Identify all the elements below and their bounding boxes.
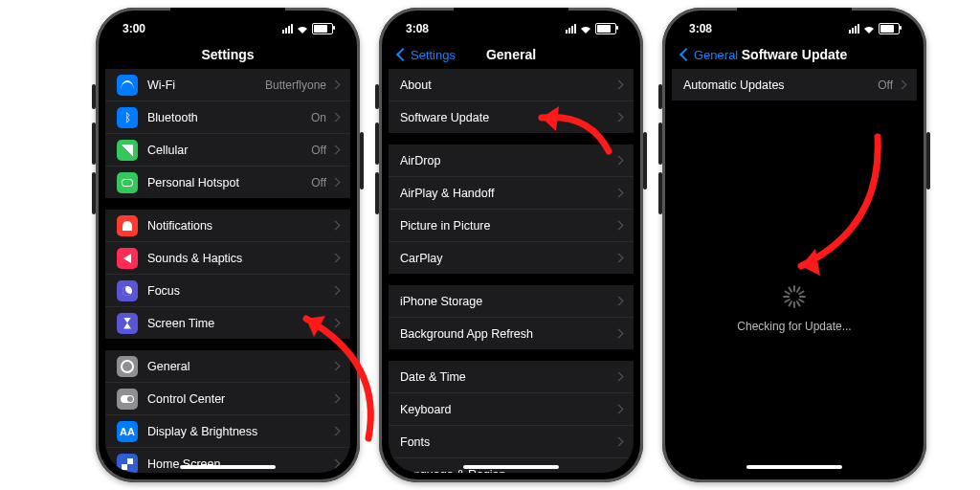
back-button[interactable]: General [681,48,738,62]
chevron-right-icon [614,470,624,473]
row-label: AirPlay & Handoff [400,187,615,200]
home-indicator[interactable] [463,465,559,469]
row-date-time[interactable]: Date & Time [389,361,634,392]
row-label: iPhone Storage [400,295,615,308]
chevron-left-icon [396,48,410,61]
row-sounds[interactable]: Sounds & Haptics [105,241,350,274]
row-cellular[interactable]: CellularOff [105,133,350,166]
row-label: Keyboard [400,403,615,416]
battery-icon [879,23,900,34]
back-label: General [694,48,738,62]
row-software-update[interactable]: Software Update [389,100,634,133]
display-icon: AA [117,421,138,442]
chevron-right-icon [614,189,624,198]
row-automatic-updates[interactable]: Automatic UpdatesOff [672,69,917,100]
row-control-center[interactable]: Control Center [105,382,350,414]
row-keyboard[interactable]: Keyboard [389,392,634,425]
status-bar: 3:08 [672,17,917,40]
status-time: 3:00 [122,22,145,35]
chevron-right-icon [614,113,624,122]
checking-status: Checking for Update... [672,285,917,333]
row-label: Picture in Picture [400,219,615,233]
row-label: General [147,360,332,373]
row-label: CarPlay [400,252,615,265]
home-indicator[interactable] [180,465,276,469]
battery-icon [312,23,333,34]
sounds-icon [117,248,138,269]
row-about[interactable]: About [389,69,634,100]
chevron-right-icon [331,113,341,122]
row-fonts[interactable]: Fonts [389,425,634,457]
chevron-right-icon [331,319,341,328]
row-value: Butterflyone [265,78,326,92]
row-value: Off [878,78,893,92]
page-title: Software Update [742,47,847,62]
chevron-right-icon [331,394,341,404]
battery-icon [595,23,616,34]
chevron-right-icon [331,362,341,371]
row-label: Sounds & Haptics [147,252,332,265]
row-background-refresh[interactable]: Background App Refresh [389,317,634,349]
software-update-list: Automatic UpdatesOff [672,69,917,100]
row-value: On [311,111,326,124]
chevron-right-icon [331,459,341,469]
row-wifi[interactable]: Wi-FiButterflyone [105,69,350,100]
row-label: Personal Hotspot [147,176,311,189]
status-time: 3:08 [406,22,429,35]
row-label: Software Update [400,111,615,124]
row-label: Control Center [147,392,332,406]
chevron-right-icon [614,156,624,166]
row-notifications[interactable]: Notifications [105,210,350,241]
chevron-right-icon [331,254,341,263]
row-label: Automatic Updates [683,78,878,92]
signal-icon [282,24,293,33]
row-display[interactable]: AADisplay & Brightness [105,414,350,447]
row-label: About [400,78,615,92]
row-label: Notifications [147,219,332,233]
phone-settings: 3:00 Settings Wi-FiButterflyone ᛒBluetoo… [96,8,360,482]
chevron-right-icon [614,405,624,414]
phone-general: 3:08 Settings General About Software Upd… [379,8,643,482]
row-label: Screen Time [147,317,332,330]
back-button[interactable]: Settings [398,48,456,62]
chevron-right-icon [614,329,624,339]
row-general[interactable]: General [105,350,350,382]
screentime-icon [117,313,138,334]
row-label: Background App Refresh [400,327,615,341]
row-airdrop[interactable]: AirDrop [389,145,634,176]
chevron-right-icon [331,145,341,155]
nav-bar: General Software Update [672,40,917,69]
row-bluetooth[interactable]: ᛒBluetoothOn [105,100,350,133]
spinner-icon [783,285,806,308]
control-center-icon [117,389,138,410]
nav-bar: Settings General [389,40,634,69]
row-label: Display & Brightness [147,425,332,438]
home-indicator[interactable] [746,465,842,469]
chevron-right-icon [331,80,341,90]
bluetooth-icon: ᛒ [117,107,138,128]
wifi-icon [117,75,138,96]
row-pip[interactable]: Picture in Picture [389,209,634,241]
row-iphone-storage[interactable]: iPhone Storage [389,285,634,317]
status-bar: 3:00 [105,17,350,40]
nav-bar: Settings [105,40,350,69]
signal-icon [566,24,576,33]
row-hotspot[interactable]: Personal HotspotOff [105,166,350,198]
row-label: Focus [147,284,332,298]
row-carplay[interactable]: CarPlay [389,241,634,274]
row-label: Date & Time [400,370,615,384]
row-screentime[interactable]: Screen Time [105,306,350,339]
cellular-icon [117,140,138,161]
focus-icon [117,280,138,301]
chevron-right-icon [331,427,341,436]
wifi-icon [580,25,591,33]
general-list: About Software Update AirDrop AirPlay & … [389,69,634,473]
row-airplay[interactable]: AirPlay & Handoff [389,176,634,209]
chevron-right-icon [614,221,624,231]
row-label: Fonts [400,435,615,449]
row-value: Off [311,144,326,157]
row-label: Wi-Fi [147,78,265,92]
chevron-right-icon [614,80,624,90]
row-label: Bluetooth [147,111,311,124]
row-focus[interactable]: Focus [105,274,350,306]
